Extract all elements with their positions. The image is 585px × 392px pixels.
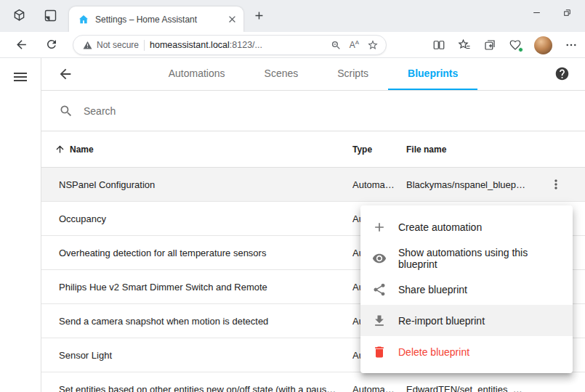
share-icon [372,282,387,297]
column-header-name[interactable]: Name [41,144,352,155]
workspaces-icon[interactable] [12,8,27,23]
menu-item-create-automation[interactable]: Create automation [360,211,573,242]
trash-icon [372,345,387,359]
column-header-file[interactable]: File name [406,144,585,155]
split-screen-icon[interactable] [432,38,445,52]
tab-title: Settings – Home Assistant [95,15,221,25]
row-name: Occupancy [41,213,352,224]
address-divider [144,40,145,51]
tab-automations[interactable]: Automations [149,58,245,90]
status-dot [518,47,523,52]
search-icon [59,104,73,118]
column-header-type[interactable]: Type [352,144,406,155]
browser-menu-icon[interactable] [565,38,578,52]
menu-item-delete-blueprint[interactable]: Delete blueprint [360,336,573,367]
site-info-button[interactable]: Not secure [83,40,139,50]
row-name: Overheating detection for all temperatur… [41,248,352,258]
url-text: homeassistant.local:8123/... [150,40,262,50]
tab-actions-icon[interactable] [43,8,58,23]
ha-header: Automations Scenes Scripts Blueprints [41,58,585,91]
row-file: Blackymas/nspanel_blueprin… [406,179,527,190]
plus-icon [372,220,387,234]
profile-avatar[interactable] [534,36,552,54]
download-icon [372,314,387,328]
reload-button[interactable] [45,38,58,51]
zoom-out-icon[interactable] [331,40,342,51]
browser-tab[interactable]: Settings – Home Assistant [69,7,243,32]
blueprint-context-menu: Create automation Show automations using… [360,205,573,373]
search-placeholder: Search [84,105,116,117]
tab-blueprints[interactable]: Blueprints [388,58,477,90]
table-header: Name Type File name [41,131,585,168]
new-tab-button[interactable] [253,9,265,22]
collections-icon[interactable] [483,38,496,52]
menu-item-show-automations[interactable]: Show automations using this blueprint [360,242,573,274]
table-row[interactable]: NSPanel Configuration Automation Blackym… [41,168,585,202]
favorites-hub-icon[interactable] [458,38,471,52]
warning-icon [83,41,92,50]
home-assistant-app: Automations Scenes Scripts Blueprints Se… [0,58,585,392]
favorite-star-icon[interactable] [367,39,379,51]
url-path: :8123/... [230,40,262,50]
browser-essentials-icon[interactable] [509,38,522,52]
url-host: homeassistant.local [150,40,230,50]
minimize-button[interactable] [521,0,552,25]
sort-ascending-icon [55,144,65,155]
browser-navbar: Not secure homeassistant.local:8123/... … [0,32,585,58]
row-name: Set entities based on other entities new… [41,384,352,392]
row-type: Automation [352,179,406,190]
row-name: NSPanel Configuration [41,179,352,190]
row-type: Automation [352,384,406,392]
tab-close-icon[interactable] [227,14,238,25]
ha-main: Automations Scenes Scripts Blueprints Se… [41,58,585,392]
security-label: Not secure [97,40,139,50]
tab-scenes[interactable]: Scenes [245,58,318,90]
help-icon[interactable] [554,66,570,81]
read-aloud-icon[interactable]: AA [350,41,359,49]
back-button[interactable] [15,38,28,52]
row-name: Philips Hue v2 Smart Dimmer Switch and R… [41,282,352,293]
row-file: EdwardTEN/set_entities_ba… [406,384,527,392]
menu-item-share-blueprint[interactable]: Share blueprint [360,274,573,305]
ha-sidebar [0,58,41,392]
tab-scripts[interactable]: Scripts [318,58,388,90]
address-bar[interactable]: Not secure homeassistant.local:8123/... … [73,35,387,55]
restore-button[interactable] [552,0,582,25]
menu-item-reimport-blueprint[interactable]: Re-import blueprint [360,305,573,336]
row-name: Sensor Light [41,350,352,361]
ha-back-button[interactable] [57,66,73,82]
ha-tab-bar: Automations Scenes Scripts Blueprints [149,58,478,90]
browser-titlebar: Settings – Home Assistant [0,0,585,32]
row-name: Send a camera snapshot when motion is de… [41,316,352,327]
table-row[interactable]: Set entities based on other entities new… [41,372,585,392]
sidebar-menu-icon[interactable] [12,68,29,86]
search-field[interactable]: Search [41,91,585,131]
row-overflow-menu-icon[interactable] [549,177,563,192]
home-assistant-favicon [78,14,89,25]
eye-icon [372,251,387,266]
